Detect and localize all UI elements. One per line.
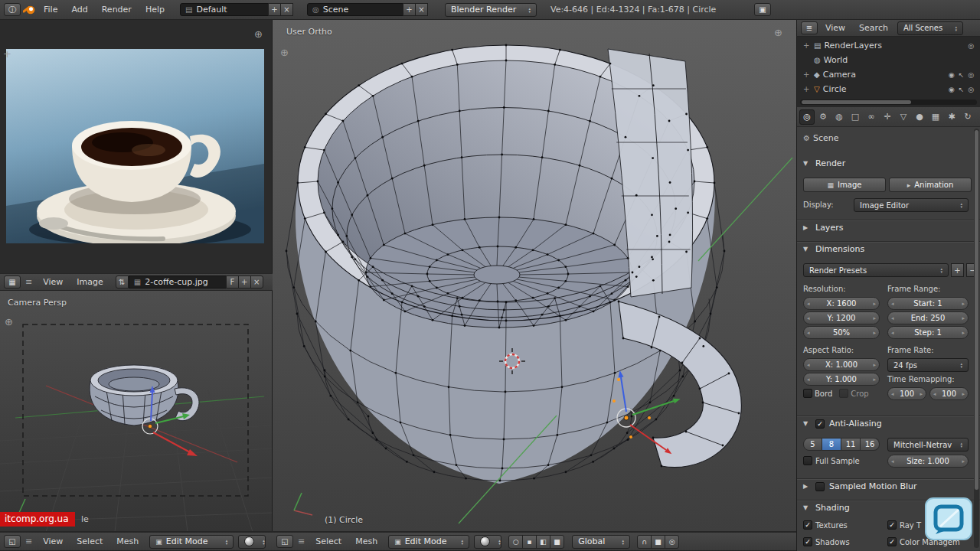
header-collapse-icon[interactable]: ≡ bbox=[22, 535, 35, 548]
color-management-checkbox[interactable] bbox=[887, 537, 897, 546]
expand-icon[interactable]: + bbox=[803, 85, 811, 93]
add-region-icon[interactable]: ⊕ bbox=[254, 29, 263, 39]
aa-filter-dropdown[interactable]: Mitchell-Netrav bbox=[887, 438, 969, 452]
horizontal-scrollbar[interactable] bbox=[800, 99, 977, 105]
browse-image-button[interactable]: ⇅ bbox=[116, 276, 129, 289]
header-collapse-icon[interactable]: ≡ bbox=[295, 535, 308, 548]
add-scene-button[interactable]: + bbox=[403, 3, 416, 16]
render-toggle-icon[interactable]: ◎ bbox=[968, 71, 974, 79]
editor-type-button-image[interactable]: ▦ bbox=[4, 276, 21, 289]
render-toggle-icon[interactable]: ◎ bbox=[968, 42, 974, 50]
motion-blur-checkbox[interactable] bbox=[815, 482, 825, 491]
outliner-row-camera[interactable]: + ◆ Camera ◉ ↖ ◎ bbox=[797, 67, 980, 82]
proportional-editing-button[interactable]: ○ bbox=[508, 535, 523, 549]
render-toggle-icon[interactable]: ◎ bbox=[968, 86, 974, 93]
selectability-icon[interactable]: ↖ bbox=[959, 86, 965, 93]
camera-viewport-area[interactable]: Camera Persp ⊕ bbox=[0, 291, 273, 532]
outliner-row-world[interactable]: ◍ World bbox=[797, 53, 980, 67]
tab-scene[interactable]: ⚙ bbox=[815, 109, 831, 125]
panel-header-dimensions[interactable]: ▼ Dimensions bbox=[797, 242, 980, 256]
frame-start-field[interactable]: Start: 1 bbox=[887, 297, 969, 310]
tab-object-data[interactable]: ▽ bbox=[896, 109, 911, 125]
aa-samples-5-button[interactable]: 5 bbox=[803, 438, 822, 451]
scrollbar-thumb[interactable] bbox=[975, 130, 978, 490]
main-viewport-canvas[interactable] bbox=[273, 20, 796, 532]
menu-help[interactable]: Help bbox=[139, 3, 171, 16]
tab-physics[interactable]: ↻ bbox=[960, 109, 975, 125]
edge-select-button[interactable]: ◧ bbox=[536, 535, 550, 549]
aspect-y-field[interactable]: Y: 1.000 bbox=[803, 373, 880, 386]
mode-dropdown[interactable]: ▣ Edit Mode bbox=[388, 535, 469, 549]
display-dropdown[interactable]: Image Editor bbox=[854, 198, 969, 212]
tab-texture[interactable]: ▦ bbox=[928, 109, 943, 125]
delete-layout-button[interactable]: × bbox=[280, 3, 293, 16]
panel-header-antialiasing[interactable]: ▼ Anti-Aliasing bbox=[797, 416, 980, 430]
editor-type-button-3d[interactable]: ◱ bbox=[276, 535, 293, 548]
tab-material[interactable]: ● bbox=[912, 109, 927, 125]
add-region-icon[interactable]: ⊕ bbox=[5, 317, 13, 327]
textures-checkbox[interactable] bbox=[803, 520, 812, 530]
tab-particles[interactable]: ✱ bbox=[944, 109, 959, 125]
menu-select[interactable]: Select bbox=[309, 535, 348, 548]
crop-checkbox[interactable] bbox=[839, 389, 848, 398]
add-region-icon[interactable]: ⊕ bbox=[280, 47, 289, 57]
render-engine-dropdown[interactable]: Blender Render bbox=[445, 3, 537, 17]
tab-modifiers[interactable]: ✛ bbox=[880, 109, 895, 125]
aa-size-field[interactable]: Size: 1.000 bbox=[887, 455, 969, 468]
image-editor-area[interactable]: ⊕ + bbox=[0, 20, 273, 274]
tab-render[interactable]: ◎ bbox=[799, 109, 815, 125]
menu-search[interactable]: Search bbox=[853, 21, 894, 34]
visibility-eye-icon[interactable]: ◉ bbox=[949, 86, 955, 93]
full-sample-checkbox[interactable] bbox=[803, 456, 812, 465]
render-animation-button[interactable]: ▸ Animation bbox=[889, 178, 972, 192]
menu-view[interactable]: View bbox=[37, 276, 69, 289]
aa-samples-8-button[interactable]: 8 bbox=[822, 438, 841, 451]
face-select-button[interactable]: ■ bbox=[550, 535, 564, 549]
antialiasing-checkbox[interactable] bbox=[815, 419, 825, 429]
window-button[interactable]: ▣ bbox=[754, 3, 771, 16]
menu-view[interactable]: View bbox=[37, 535, 69, 548]
camera-viewport-canvas[interactable] bbox=[0, 291, 273, 532]
menu-render[interactable]: Render bbox=[96, 3, 138, 16]
vertical-scrollbar[interactable] bbox=[974, 129, 979, 548]
tab-world[interactable]: ◍ bbox=[831, 109, 847, 125]
resolution-x-field[interactable]: X: 1600 bbox=[803, 297, 880, 310]
resolution-y-field[interactable]: Y: 1200 bbox=[803, 311, 880, 324]
viewport-shading-dropdown[interactable] bbox=[238, 535, 266, 549]
frame-step-field[interactable]: Step: 1 bbox=[887, 326, 969, 339]
unlink-image-button[interactable]: × bbox=[250, 276, 263, 289]
render-preview-button[interactable]: ◎ bbox=[665, 535, 679, 549]
image-name-field[interactable]: ▦ 2-coffe-cup.jpg bbox=[129, 276, 227, 289]
border-checkbox[interactable] bbox=[803, 389, 812, 398]
occlude-geometry-button[interactable]: ■ bbox=[651, 535, 665, 549]
fps-dropdown[interactable]: 24 fps bbox=[887, 358, 969, 372]
outliner-row-circle[interactable]: + ▽ Circle ◉ ↖ ◎ bbox=[797, 82, 980, 96]
viewport-shading-dropdown[interactable] bbox=[474, 535, 501, 549]
mode-dropdown[interactable]: ▣ Edit Mode bbox=[149, 535, 234, 549]
resolution-percentage-field[interactable]: 50% bbox=[803, 326, 880, 339]
menu-add[interactable]: Add bbox=[65, 3, 93, 16]
tab-object[interactable]: □ bbox=[848, 109, 863, 125]
editor-type-button-3d[interactable]: ◱ bbox=[4, 535, 21, 548]
shadows-checkbox[interactable] bbox=[803, 537, 812, 546]
selectability-icon[interactable]: ↖ bbox=[959, 71, 965, 79]
main-viewport-area[interactable]: User Ortho ⊕ ⊕ (1) Circle bbox=[273, 20, 796, 532]
vertex-select-button[interactable]: ▪ bbox=[522, 535, 537, 549]
render-presets-dropdown[interactable]: Render Presets bbox=[803, 263, 949, 277]
add-preset-button[interactable]: + bbox=[951, 263, 964, 277]
screen-layout-selector[interactable]: ▤ Default bbox=[180, 3, 269, 16]
scrollbar-thumb[interactable] bbox=[802, 100, 911, 104]
aa-samples-16-button[interactable]: 16 bbox=[861, 438, 880, 451]
panel-header-layers[interactable]: ▶ Layers bbox=[797, 220, 980, 234]
editor-type-button-outliner[interactable]: ≣ bbox=[801, 21, 818, 34]
panel-header-motion-blur[interactable]: ▶ Sampled Motion Blur bbox=[797, 479, 980, 493]
add-layout-button[interactable]: + bbox=[268, 3, 281, 16]
display-mode-dropdown[interactable]: All Scenes bbox=[897, 21, 963, 35]
expand-icon[interactable]: + bbox=[803, 41, 811, 50]
snap-button[interactable]: ∩ bbox=[637, 535, 652, 549]
menu-view[interactable]: View bbox=[819, 21, 851, 34]
scene-selector[interactable]: ◎ Scene bbox=[307, 3, 403, 16]
visibility-eye-icon[interactable]: ◉ bbox=[949, 71, 955, 79]
remap-new-field[interactable]: 100 bbox=[929, 387, 969, 400]
panel-header-render[interactable]: ▼ Render bbox=[797, 156, 980, 170]
